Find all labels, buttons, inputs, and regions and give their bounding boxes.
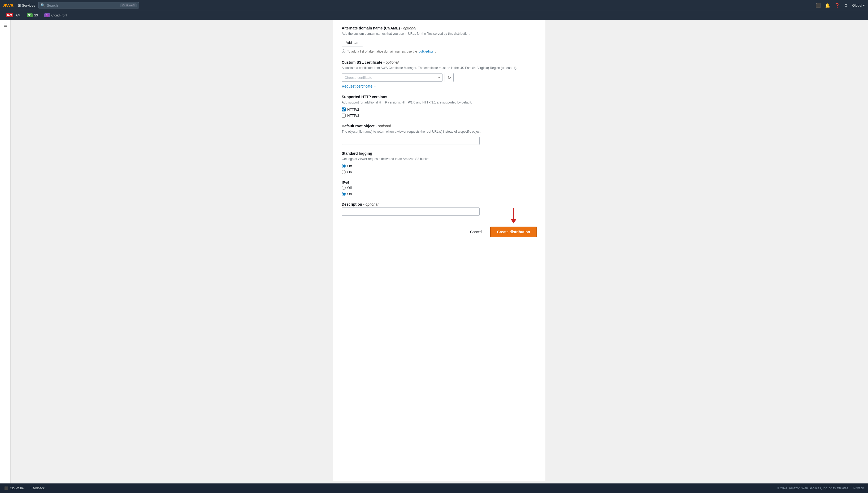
- custom-ssl-title: Custom SSL certificate - optional: [342, 60, 537, 64]
- http-versions-section: Supported HTTP versions Add support for …: [342, 95, 537, 117]
- search-input[interactable]: [47, 3, 118, 7]
- logging-off-row: Off: [342, 164, 537, 168]
- hamburger-icon[interactable]: ☰: [3, 23, 7, 28]
- create-distribution-container: Create distribution: [490, 227, 537, 237]
- description-input[interactable]: [342, 208, 480, 216]
- region-selector[interactable]: Global ▾: [852, 3, 865, 7]
- ipv6-off-radio[interactable]: [342, 186, 346, 190]
- add-item-button[interactable]: Add item: [342, 39, 363, 46]
- aws-logo: aws: [3, 2, 14, 9]
- create-distribution-button[interactable]: Create distribution: [490, 227, 537, 237]
- default-root-desc: The object (file name) to return when a …: [342, 129, 537, 134]
- logging-off-radio[interactable]: [342, 164, 346, 168]
- search-icon: 🔍: [41, 3, 45, 7]
- http2-label: HTTP/2: [347, 107, 359, 111]
- s3-label: S3: [34, 14, 38, 17]
- main-layout: ☰ Alternate domain name (CNAME) - option…: [0, 20, 868, 484]
- cloudshell-icon: ⬛: [4, 486, 8, 490]
- cloudshell-button[interactable]: ⬛ CloudShell: [4, 486, 25, 490]
- certificate-select[interactable]: Choose certificate: [342, 73, 442, 82]
- grid-icon: ⊞: [18, 3, 21, 7]
- alternate-domain-optional: - optional: [401, 26, 416, 30]
- request-certificate-link[interactable]: Request certificate ↗: [342, 84, 376, 88]
- standard-logging-title: Standard logging: [342, 151, 537, 155]
- service-tabs-bar: IAM IAM S3 S3 🟣 CloudFront: [0, 10, 868, 20]
- http-versions-desc: Add support for additional HTTP versions…: [342, 100, 537, 105]
- footer-actions: Cancel Create distribution: [342, 222, 537, 241]
- default-root-input[interactable]: [342, 137, 480, 145]
- http3-label: HTTP/3: [347, 113, 359, 117]
- logging-on-label: On: [347, 170, 352, 174]
- request-cert-row: Request certificate ↗: [342, 84, 537, 88]
- arrow-shaft: [513, 208, 514, 219]
- ipv6-off-row: Off: [342, 186, 537, 190]
- custom-ssl-desc: Associate a certificate from AWS Certifi…: [342, 66, 537, 70]
- refresh-icon: ↻: [448, 75, 451, 80]
- ipv6-on-label: On: [347, 192, 352, 196]
- cloudfront-label: CloudFront: [51, 14, 67, 17]
- help-button[interactable]: ❓: [834, 3, 840, 8]
- refresh-certificates-button[interactable]: ↻: [444, 73, 454, 82]
- services-label: Services: [22, 3, 35, 7]
- bulk-editor-info: ⓘ To add a list of alternative domain na…: [342, 49, 537, 54]
- nav-right-icons: ⬛ 🔔 ❓ ⚙ Global ▾: [816, 3, 865, 8]
- sidebar-item-iam[interactable]: IAM IAM: [3, 12, 23, 18]
- cancel-button[interactable]: Cancel: [466, 228, 486, 236]
- alternate-domain-desc: Add the custom domain names that you use…: [342, 31, 537, 36]
- settings-button[interactable]: ⚙: [844, 3, 848, 8]
- notifications-bell-button[interactable]: 🔔: [825, 3, 830, 8]
- bulk-editor-link[interactable]: bulk editor: [419, 50, 433, 53]
- description-title: Description - optional: [342, 202, 537, 207]
- certificate-select-row: Choose certificate ▾ ↻: [342, 73, 537, 82]
- cf-badge: 🟣: [44, 13, 50, 17]
- bulk-editor-info-text: To add a list of alternative domain name…: [347, 50, 417, 53]
- iam-label: IAM: [15, 14, 20, 17]
- form-container: Alternate domain name (CNAME) - optional…: [333, 20, 545, 481]
- ipv6-title: IPv6: [342, 180, 537, 185]
- http3-checkbox[interactable]: [342, 113, 346, 117]
- iam-badge: IAM: [6, 13, 13, 17]
- global-label: Global: [852, 3, 862, 7]
- http2-checkbox-row: HTTP/2: [342, 107, 537, 111]
- search-bar[interactable]: 🔍 [Option+S]: [38, 2, 139, 8]
- default-root-title: Default root object - optional: [342, 124, 537, 128]
- bottom-bar: ⬛ CloudShell Feedback © 2024, Amazon Web…: [0, 484, 868, 493]
- logging-on-row: On: [342, 170, 537, 174]
- certificate-select-wrapper: Choose certificate ▾: [342, 73, 442, 82]
- content-area: Alternate domain name (CNAME) - optional…: [10, 20, 868, 484]
- arrow-head: [511, 219, 517, 223]
- chevron-down-icon: ▾: [863, 3, 865, 7]
- copyright-text: © 2024, Amazon Web Services, Inc. or its…: [777, 486, 849, 490]
- alternate-domain-title: Alternate domain name (CNAME) - optional: [342, 26, 537, 30]
- cloudshell-label: CloudShell: [10, 486, 25, 490]
- default-root-optional: - optional: [376, 124, 391, 128]
- terminal-icon-button[interactable]: ⬛: [816, 3, 821, 8]
- http2-checkbox[interactable]: [342, 107, 346, 111]
- alternate-domain-section: Alternate domain name (CNAME) - optional…: [342, 26, 537, 54]
- services-menu[interactable]: ⊞ Services: [18, 3, 35, 7]
- external-link-icon: ↗: [373, 85, 376, 88]
- privacy-link[interactable]: Privacy: [853, 486, 864, 490]
- standard-logging-desc: Get logs of viewer requests delivered to…: [342, 156, 537, 161]
- sidebar-item-cloudfront[interactable]: 🟣 CloudFront: [42, 12, 70, 18]
- red-arrow-annotation: [511, 208, 517, 223]
- ipv6-section: IPv6 Off On: [342, 180, 537, 196]
- sidebar-item-s3[interactable]: S3 S3: [24, 12, 41, 18]
- s3-badge: S3: [27, 13, 32, 17]
- search-shortcut-badge: [Option+S]: [120, 3, 137, 7]
- ipv6-on-radio[interactable]: [342, 192, 346, 196]
- default-root-section: Default root object - optional The objec…: [342, 124, 537, 145]
- logging-off-label: Off: [347, 164, 352, 168]
- custom-ssl-section: Custom SSL certificate - optional Associ…: [342, 60, 537, 88]
- logging-on-radio[interactable]: [342, 170, 346, 174]
- top-navigation: aws ⊞ Services 🔍 [Option+S] ⬛ 🔔 ❓ ⚙ Glob…: [0, 0, 868, 10]
- info-icon: ⓘ: [342, 49, 345, 54]
- custom-ssl-optional: - optional: [383, 60, 399, 64]
- info-period: .: [435, 50, 436, 53]
- feedback-button[interactable]: Feedback: [30, 486, 45, 490]
- ipv6-off-label: Off: [347, 186, 352, 190]
- http-versions-title: Supported HTTP versions: [342, 95, 537, 99]
- ipv6-on-row: On: [342, 192, 537, 196]
- description-section: Description - optional: [342, 202, 537, 216]
- description-optional: - optional: [363, 202, 378, 207]
